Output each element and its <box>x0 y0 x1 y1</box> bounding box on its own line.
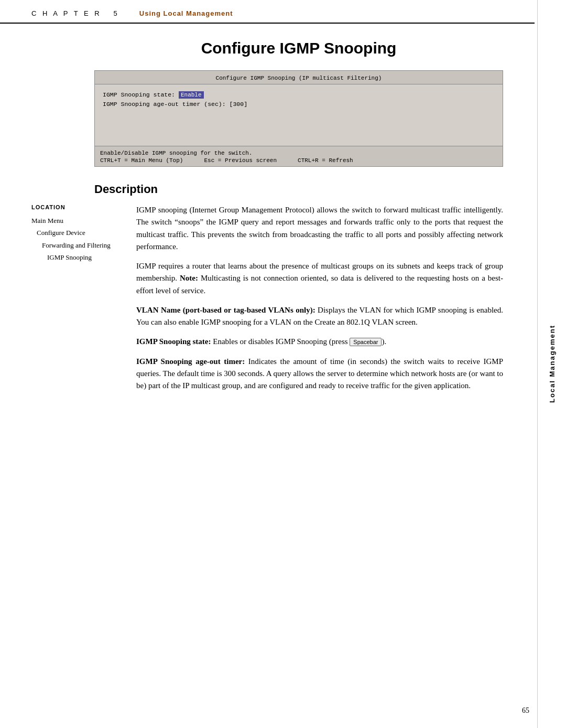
page-title: Configure IGMP Snooping <box>94 39 503 57</box>
location-item-2: Forwarding and Filtering <box>31 239 126 251</box>
location-sidebar: LOCATION Main Menu Configure Device Forw… <box>31 204 126 399</box>
page-header: C H A P T E R 5 Using Local Management <box>0 0 535 24</box>
paragraph-3: VLAN Name (port-based or tag-based VLANs… <box>136 304 503 329</box>
content-area: LOCATION Main Menu Configure Device Forw… <box>31 204 503 399</box>
panel-help-text: Enable/Disable IGMP snooping for the swi… <box>100 150 497 156</box>
panel-footer: Enable/Disable IGMP snooping for the swi… <box>95 146 503 166</box>
timer-bold: IGMP Snooping age-out timer: <box>136 357 245 366</box>
spacebar-kbd: Spacebar <box>350 338 382 346</box>
panel-timer-field: IGMP Snooping age-out timer (sec): [300] <box>103 101 495 108</box>
panel-nav-refresh: CTRL+R = Refresh <box>298 157 353 164</box>
panel-nav-prev: Esc = Previous screen <box>204 157 277 164</box>
description-text: IGMP snooping (Internet Group Management… <box>136 204 503 399</box>
vlan-bold: VLAN Name (port-based or tag-based VLANs… <box>136 306 315 314</box>
paragraph-5: IGMP Snooping age-out timer: Indicates t… <box>136 356 503 392</box>
panel-state-field: IGMP Snooping state: Enable <box>103 91 495 98</box>
location-item-0: Main Menu <box>31 215 126 227</box>
description-title: Description <box>94 183 503 196</box>
panel-body: IGMP Snooping state: Enable IGMP Snoopin… <box>95 84 503 146</box>
panel-spacer <box>103 110 495 142</box>
location-item-1: Configure Device <box>31 227 126 239</box>
panel-nav-main: CTRL+T = Main Menu (Top) <box>100 157 183 164</box>
location-label: LOCATION <box>31 204 126 210</box>
location-items: Main Menu Configure Device Forwarding an… <box>31 215 126 264</box>
paragraph-1: IGMP snooping (Internet Group Management… <box>136 204 503 253</box>
state-bold: IGMP Snooping state: <box>136 337 211 346</box>
panel-title: Configure IGMP Snooping (IP multicast Fi… <box>95 71 503 84</box>
page-number: 65 <box>522 706 529 715</box>
paragraph-2: IGMP requires a router that learns about… <box>136 260 503 297</box>
sidebar-label: Local Management <box>548 325 556 403</box>
chapter-label: C H A P T E R 5 Using Local Management <box>31 9 233 17</box>
screenshot-panel: Configure IGMP Snooping (IP multicast Fi… <box>94 70 503 167</box>
location-item-3: IGMP Snooping <box>31 251 126 263</box>
note-bold: Note: <box>180 274 198 282</box>
panel-state-value: Enable <box>179 91 204 99</box>
right-sidebar: Local Management <box>537 0 566 728</box>
main-content: Configure IGMP Snooping Configure IGMP S… <box>0 39 535 399</box>
panel-nav: CTRL+T = Main Menu (Top) Esc = Previous … <box>100 157 497 164</box>
paragraph-4: IGMP Snooping state: Enables or disables… <box>136 336 503 348</box>
